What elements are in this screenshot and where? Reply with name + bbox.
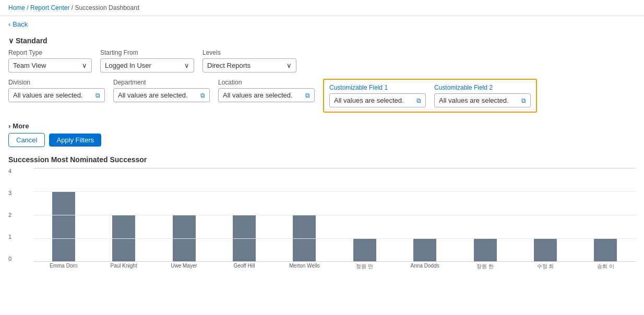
- bar-label: Uwe Mayer: [156, 263, 212, 270]
- chart-section: Succession Most Nominated Successor 4 3 …: [8, 155, 636, 291]
- y-label-4: 4: [8, 168, 11, 174]
- cancel-button[interactable]: Cancel: [8, 133, 45, 147]
- levels-dropdown[interactable]: Direct Reports ∨: [202, 58, 296, 72]
- chart-area: 4 3 2 1 0 Emma D: [8, 168, 636, 283]
- y-label-0: 0: [8, 256, 11, 262]
- standard-section-header[interactable]: ∨ Standard: [8, 32, 636, 49]
- custom-field-1-value: All values are selected.: [334, 96, 404, 104]
- bar-label: Anna Dodds: [397, 263, 452, 270]
- division-multiselect-icon[interactable]: ⧉: [96, 92, 100, 99]
- bar: [52, 191, 75, 262]
- bar: [594, 238, 617, 262]
- bar: [413, 238, 436, 262]
- bar-label: Merton Wells: [277, 263, 332, 270]
- starting-from-value: Logged In User: [105, 62, 151, 69]
- bar-label: 장원 한: [457, 263, 513, 270]
- more-section-header[interactable]: › More: [8, 119, 636, 133]
- bar-label: Emma Dorn: [35, 263, 91, 270]
- department-multiselect[interactable]: All values are selected. ⧉: [113, 88, 210, 102]
- y-label-1: 1: [8, 234, 11, 240]
- filter-row-1: Report Type Team View ∨ Starting From Lo…: [8, 49, 636, 72]
- report-type-group: Report Type Team View ∨: [8, 49, 92, 72]
- custom-field-2-icon[interactable]: ⧉: [521, 97, 526, 104]
- bar: [534, 238, 557, 262]
- report-type-dropdown[interactable]: Team View ∨: [8, 58, 92, 72]
- levels-group: Levels Direct Reports ∨: [202, 49, 296, 72]
- custom-field-1-label: Customizable Field 1: [329, 84, 426, 91]
- department-label: Department: [113, 79, 210, 86]
- location-multiselect[interactable]: All values are selected. ⧉: [218, 88, 315, 102]
- bar-label: Paul Knight: [96, 263, 151, 270]
- back-button[interactable]: ‹ Back: [0, 16, 36, 32]
- standard-label: Standard: [16, 37, 47, 45]
- bar-label: 수정 최: [517, 263, 573, 270]
- location-value: All values are selected.: [223, 91, 293, 99]
- chart-title: Succession Most Nominated Successor: [8, 155, 636, 164]
- report-type-chevron-icon: ∨: [82, 62, 87, 69]
- filter-row-2: Division All values are selected. ⧉ Depa…: [8, 79, 636, 113]
- breadcrumb: Home / Report Center / Succession Dashbo…: [0, 0, 644, 16]
- division-label: Division: [8, 79, 105, 86]
- levels-chevron-icon: ∨: [287, 62, 292, 69]
- more-label: More: [13, 122, 29, 130]
- division-group: Division All values are selected. ⧉: [8, 79, 105, 102]
- action-buttons: Cancel Apply Filters: [8, 133, 636, 147]
- apply-filters-button[interactable]: Apply Filters: [49, 134, 101, 147]
- division-value: All values are selected.: [13, 91, 83, 99]
- department-multiselect-icon[interactable]: ⧉: [200, 92, 205, 99]
- bar-label: 승희 이: [578, 263, 634, 270]
- department-group: Department All values are selected. ⧉: [113, 79, 210, 102]
- starting-from-group: Starting From Logged In User ∨: [100, 49, 194, 72]
- custom-field-1-multiselect[interactable]: All values are selected. ⧉: [329, 93, 426, 107]
- levels-value: Direct Reports: [207, 62, 251, 69]
- y-label-3: 3: [8, 190, 11, 196]
- custom-field-1-group: Customizable Field 1 All values are sele…: [329, 84, 426, 107]
- starting-from-label: Starting From: [100, 49, 194, 56]
- starting-from-dropdown[interactable]: Logged In User ∨: [100, 58, 194, 72]
- department-value: All values are selected.: [118, 91, 188, 99]
- report-type-label: Report Type: [8, 49, 92, 56]
- location-multiselect-icon[interactable]: ⧉: [305, 92, 310, 99]
- bar-label: Geoff Hill: [216, 263, 272, 270]
- bar-label: 정원 안: [337, 263, 392, 270]
- custom-field-2-label: Customizable Field 2: [434, 84, 531, 91]
- back-label: Back: [13, 20, 28, 28]
- bar: [474, 238, 497, 262]
- custom-field-2-multiselect[interactable]: All values are selected. ⧉: [434, 93, 531, 107]
- division-multiselect[interactable]: All values are selected. ⧉: [8, 88, 105, 102]
- breadcrumb-home[interactable]: Home: [8, 4, 25, 11]
- bar: [353, 238, 376, 262]
- standard-chevron-icon: ∨: [8, 37, 14, 45]
- custom-field-1-icon[interactable]: ⧉: [416, 97, 421, 104]
- breadcrumb-current: Succession Dashboard: [75, 4, 139, 11]
- location-label: Location: [218, 79, 315, 86]
- customizable-fields-box: Customizable Field 1 All values are sele…: [323, 79, 537, 113]
- report-type-value: Team View: [13, 62, 46, 69]
- custom-field-2-group: Customizable Field 2 All values are sele…: [434, 84, 531, 107]
- y-label-2: 2: [8, 212, 11, 218]
- starting-from-chevron-icon: ∨: [184, 62, 189, 69]
- back-chevron-icon: ‹: [8, 20, 10, 28]
- more-chevron-icon: ›: [8, 122, 10, 130]
- custom-field-2-value: All values are selected.: [439, 96, 509, 104]
- levels-label: Levels: [202, 49, 296, 56]
- breadcrumb-report-center[interactable]: Report Center: [30, 4, 69, 11]
- location-group: Location All values are selected. ⧉: [218, 79, 315, 102]
